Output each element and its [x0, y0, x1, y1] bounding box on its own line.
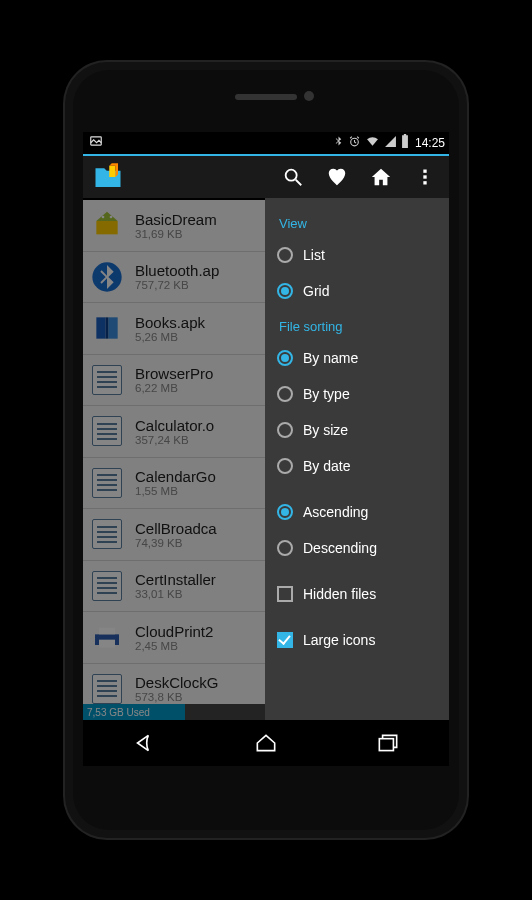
radio-icon — [277, 386, 293, 402]
nav-back-button[interactable] — [114, 723, 174, 763]
search-button[interactable] — [273, 157, 313, 197]
svg-point-2 — [286, 170, 297, 181]
radio-icon — [277, 458, 293, 474]
screen: 14:25 BasicDream31,69 KBBluetooth — [83, 132, 449, 766]
radio-icon — [277, 504, 293, 520]
phone-speaker — [235, 94, 297, 100]
menu-label: By size — [303, 422, 348, 438]
phone-camera — [304, 91, 314, 101]
bluetooth-icon — [333, 134, 344, 152]
checkbox-icon — [277, 586, 293, 602]
menu-view-list[interactable]: List — [265, 237, 449, 273]
nav-bar — [83, 720, 449, 766]
menu-label: By name — [303, 350, 358, 366]
wifi-icon — [365, 134, 380, 152]
menu-label: By date — [303, 458, 350, 474]
menu-sort-date[interactable]: By date — [265, 448, 449, 484]
overflow-button[interactable] — [405, 157, 445, 197]
battery-icon — [401, 134, 409, 152]
action-bar — [83, 154, 449, 198]
screenshot-indicator-icon — [89, 134, 103, 152]
radio-icon — [277, 247, 293, 263]
menu-header-view: View — [265, 206, 449, 237]
menu-sort-type[interactable]: By type — [265, 376, 449, 412]
svg-rect-3 — [423, 170, 426, 173]
menu-label: By type — [303, 386, 350, 402]
menu-label: List — [303, 247, 325, 263]
menu-view-grid[interactable]: Grid — [265, 273, 449, 309]
svg-rect-12 — [379, 739, 393, 751]
menu-sort-size[interactable]: By size — [265, 412, 449, 448]
menu-label: Descending — [303, 540, 377, 556]
menu-hidden-files[interactable]: Hidden files — [265, 576, 449, 612]
svg-rect-4 — [423, 175, 426, 178]
nav-recents-button[interactable] — [358, 723, 418, 763]
phone-frame: 14:25 BasicDream31,69 KBBluetooth — [65, 62, 467, 838]
menu-label: Hidden files — [303, 586, 376, 602]
signal-icon — [384, 134, 397, 152]
status-bar: 14:25 — [83, 132, 449, 154]
menu-label: Grid — [303, 283, 329, 299]
clock-text: 14:25 — [415, 136, 445, 150]
menu-order-desc[interactable]: Descending — [265, 530, 449, 566]
favorite-button[interactable] — [317, 157, 357, 197]
home-button[interactable] — [361, 157, 401, 197]
radio-icon — [277, 540, 293, 556]
menu-label: Ascending — [303, 504, 368, 520]
menu-sort-name[interactable]: By name — [265, 340, 449, 376]
radio-icon — [277, 350, 293, 366]
menu-header-sort: File sorting — [265, 309, 449, 340]
app-icon[interactable] — [91, 160, 125, 194]
menu-large-icons[interactable]: Large icons — [265, 622, 449, 658]
checkbox-icon — [277, 632, 293, 648]
menu-order-asc[interactable]: Ascending — [265, 494, 449, 530]
options-menu: View List Grid File sorting By name By t… — [265, 198, 449, 720]
svg-rect-5 — [423, 181, 426, 184]
nav-home-button[interactable] — [236, 723, 296, 763]
alarm-icon — [348, 134, 361, 152]
radio-icon — [277, 283, 293, 299]
radio-icon — [277, 422, 293, 438]
menu-label: Large icons — [303, 632, 375, 648]
